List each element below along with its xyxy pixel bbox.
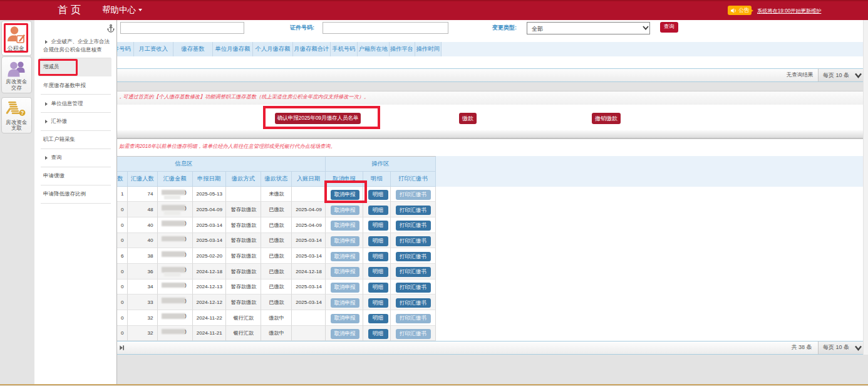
svg-text:?: ? — [21, 110, 24, 116]
